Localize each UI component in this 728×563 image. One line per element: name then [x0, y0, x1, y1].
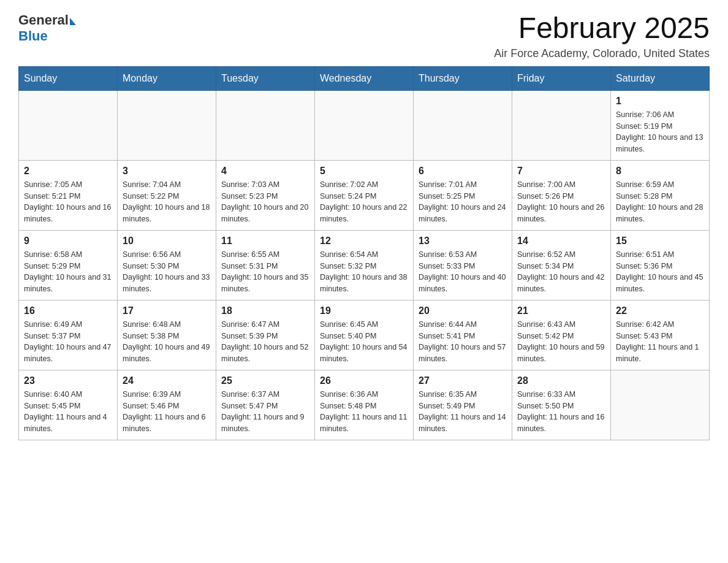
- day-number: 2: [24, 166, 112, 177]
- day-of-week-header: Wednesday: [315, 66, 414, 90]
- calendar-day-cell: 6Sunrise: 7:01 AMSunset: 5:25 PMDaylight…: [414, 160, 512, 230]
- day-number: 10: [123, 236, 211, 247]
- calendar-day-cell: 2Sunrise: 7:05 AMSunset: 5:21 PMDaylight…: [19, 160, 118, 230]
- day-of-week-header: Sunday: [19, 66, 118, 90]
- calendar-header-row: SundayMondayTuesdayWednesdayThursdayFrid…: [19, 66, 710, 90]
- calendar-day-cell: [315, 90, 414, 160]
- day-info: Sunrise: 6:43 AMSunset: 5:42 PMDaylight:…: [517, 319, 605, 365]
- day-number: 28: [517, 375, 605, 386]
- calendar-day-cell: 13Sunrise: 6:53 AMSunset: 5:33 PMDayligh…: [414, 230, 512, 300]
- calendar-day-cell: 5Sunrise: 7:02 AMSunset: 5:24 PMDaylight…: [315, 160, 414, 230]
- title-section: February 2025 Air Force Academy, Colorad…: [494, 12, 710, 60]
- day-info: Sunrise: 6:39 AMSunset: 5:46 PMDaylight:…: [123, 389, 211, 435]
- day-info: Sunrise: 6:52 AMSunset: 5:34 PMDaylight:…: [517, 249, 605, 295]
- day-number: 13: [419, 236, 507, 247]
- day-of-week-header: Friday: [512, 66, 611, 90]
- calendar-day-cell: 8Sunrise: 6:59 AMSunset: 5:28 PMDaylight…: [611, 160, 710, 230]
- day-info: Sunrise: 6:59 AMSunset: 5:28 PMDaylight:…: [616, 179, 704, 225]
- day-number: 24: [123, 375, 211, 386]
- calendar-day-cell: [19, 90, 118, 160]
- day-number: 4: [221, 166, 309, 177]
- calendar-day-cell: 26Sunrise: 6:36 AMSunset: 5:48 PMDayligh…: [315, 370, 414, 440]
- day-info: Sunrise: 6:58 AMSunset: 5:29 PMDaylight:…: [24, 249, 112, 295]
- calendar-week-row: 23Sunrise: 6:40 AMSunset: 5:45 PMDayligh…: [19, 370, 710, 440]
- day-info: Sunrise: 7:01 AMSunset: 5:25 PMDaylight:…: [419, 179, 507, 225]
- calendar-day-cell: [611, 370, 710, 440]
- day-number: 3: [123, 166, 211, 177]
- day-number: 16: [24, 305, 112, 316]
- calendar-day-cell: 11Sunrise: 6:55 AMSunset: 5:31 PMDayligh…: [216, 230, 315, 300]
- day-info: Sunrise: 6:36 AMSunset: 5:48 PMDaylight:…: [320, 389, 408, 435]
- day-number: 12: [320, 236, 408, 247]
- day-number: 22: [616, 305, 704, 316]
- day-number: 8: [616, 166, 704, 177]
- day-number: 14: [517, 236, 605, 247]
- day-number: 6: [419, 166, 507, 177]
- calendar-day-cell: 3Sunrise: 7:04 AMSunset: 5:22 PMDaylight…: [118, 160, 216, 230]
- calendar-week-row: 9Sunrise: 6:58 AMSunset: 5:29 PMDaylight…: [19, 230, 710, 300]
- calendar-day-cell: 23Sunrise: 6:40 AMSunset: 5:45 PMDayligh…: [19, 370, 118, 440]
- day-number: 18: [221, 305, 309, 316]
- calendar-week-row: 16Sunrise: 6:49 AMSunset: 5:37 PMDayligh…: [19, 300, 710, 370]
- day-info: Sunrise: 6:47 AMSunset: 5:39 PMDaylight:…: [221, 319, 309, 365]
- day-info: Sunrise: 7:06 AMSunset: 5:19 PMDaylight:…: [616, 109, 704, 155]
- calendar-day-cell: 12Sunrise: 6:54 AMSunset: 5:32 PMDayligh…: [315, 230, 414, 300]
- logo-blue-text: Blue: [18, 28, 48, 44]
- day-info: Sunrise: 7:03 AMSunset: 5:23 PMDaylight:…: [221, 179, 309, 225]
- day-info: Sunrise: 6:37 AMSunset: 5:47 PMDaylight:…: [221, 389, 309, 435]
- day-of-week-header: Thursday: [414, 66, 512, 90]
- calendar-day-cell: [512, 90, 611, 160]
- calendar-day-cell: 21Sunrise: 6:43 AMSunset: 5:42 PMDayligh…: [512, 300, 611, 370]
- day-info: Sunrise: 6:53 AMSunset: 5:33 PMDaylight:…: [419, 249, 507, 295]
- day-number: 5: [320, 166, 408, 177]
- calendar-day-cell: 17Sunrise: 6:48 AMSunset: 5:38 PMDayligh…: [118, 300, 216, 370]
- day-of-week-header: Tuesday: [216, 66, 315, 90]
- day-info: Sunrise: 6:48 AMSunset: 5:38 PMDaylight:…: [123, 319, 211, 365]
- day-info: Sunrise: 6:40 AMSunset: 5:45 PMDaylight:…: [24, 389, 112, 435]
- day-info: Sunrise: 6:51 AMSunset: 5:36 PMDaylight:…: [616, 249, 704, 295]
- day-info: Sunrise: 6:54 AMSunset: 5:32 PMDaylight:…: [320, 249, 408, 295]
- day-info: Sunrise: 7:00 AMSunset: 5:26 PMDaylight:…: [517, 179, 605, 225]
- calendar-day-cell: 28Sunrise: 6:33 AMSunset: 5:50 PMDayligh…: [512, 370, 611, 440]
- day-number: 11: [221, 236, 309, 247]
- calendar-day-cell: 4Sunrise: 7:03 AMSunset: 5:23 PMDaylight…: [216, 160, 315, 230]
- day-info: Sunrise: 6:56 AMSunset: 5:30 PMDaylight:…: [123, 249, 211, 295]
- day-info: Sunrise: 7:02 AMSunset: 5:24 PMDaylight:…: [320, 179, 408, 225]
- calendar-day-cell: 1Sunrise: 7:06 AMSunset: 5:19 PMDaylight…: [611, 90, 710, 160]
- day-info: Sunrise: 7:05 AMSunset: 5:21 PMDaylight:…: [24, 179, 112, 225]
- calendar-day-cell: 9Sunrise: 6:58 AMSunset: 5:29 PMDaylight…: [19, 230, 118, 300]
- logo: General Blue: [18, 12, 76, 44]
- calendar-day-cell: 20Sunrise: 6:44 AMSunset: 5:41 PMDayligh…: [414, 300, 512, 370]
- logo-general-text: General: [18, 12, 69, 28]
- calendar-day-cell: [414, 90, 512, 160]
- calendar-week-row: 2Sunrise: 7:05 AMSunset: 5:21 PMDaylight…: [19, 160, 710, 230]
- calendar-day-cell: 10Sunrise: 6:56 AMSunset: 5:30 PMDayligh…: [118, 230, 216, 300]
- day-info: Sunrise: 6:55 AMSunset: 5:31 PMDaylight:…: [221, 249, 309, 295]
- day-number: 1: [616, 96, 704, 107]
- calendar-day-cell: 25Sunrise: 6:37 AMSunset: 5:47 PMDayligh…: [216, 370, 315, 440]
- day-of-week-header: Saturday: [611, 66, 710, 90]
- calendar-week-row: 1Sunrise: 7:06 AMSunset: 5:19 PMDaylight…: [19, 90, 710, 160]
- day-info: Sunrise: 6:33 AMSunset: 5:50 PMDaylight:…: [517, 389, 605, 435]
- day-number: 15: [616, 236, 704, 247]
- calendar-day-cell: 19Sunrise: 6:45 AMSunset: 5:40 PMDayligh…: [315, 300, 414, 370]
- day-number: 26: [320, 375, 408, 386]
- day-number: 17: [123, 305, 211, 316]
- day-number: 23: [24, 375, 112, 386]
- day-number: 25: [221, 375, 309, 386]
- calendar-day-cell: 16Sunrise: 6:49 AMSunset: 5:37 PMDayligh…: [19, 300, 118, 370]
- day-info: Sunrise: 6:45 AMSunset: 5:40 PMDaylight:…: [320, 319, 408, 365]
- calendar-day-cell: [216, 90, 315, 160]
- day-number: 27: [419, 375, 507, 386]
- day-number: 7: [517, 166, 605, 177]
- calendar-table: SundayMondayTuesdayWednesdayThursdayFrid…: [18, 66, 710, 440]
- day-info: Sunrise: 6:42 AMSunset: 5:43 PMDaylight:…: [616, 319, 704, 365]
- day-number: 20: [419, 305, 507, 316]
- day-info: Sunrise: 6:35 AMSunset: 5:49 PMDaylight:…: [419, 389, 507, 435]
- calendar-day-cell: 14Sunrise: 6:52 AMSunset: 5:34 PMDayligh…: [512, 230, 611, 300]
- day-info: Sunrise: 7:04 AMSunset: 5:22 PMDaylight:…: [123, 179, 211, 225]
- calendar-day-cell: 15Sunrise: 6:51 AMSunset: 5:36 PMDayligh…: [611, 230, 710, 300]
- calendar-day-cell: 22Sunrise: 6:42 AMSunset: 5:43 PMDayligh…: [611, 300, 710, 370]
- day-number: 9: [24, 236, 112, 247]
- day-number: 19: [320, 305, 408, 316]
